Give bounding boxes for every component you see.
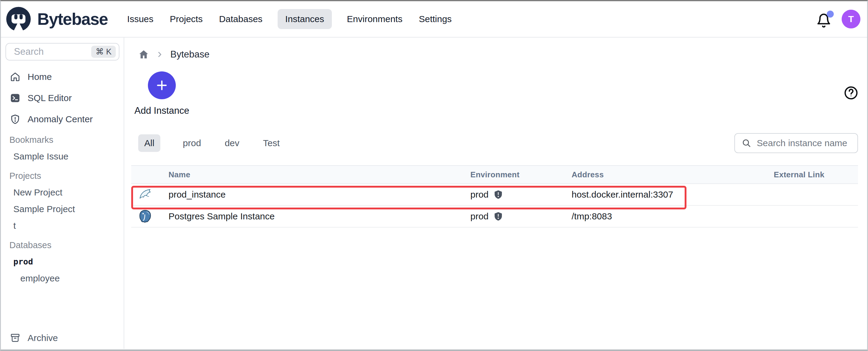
sidebar-item-anomaly-center[interactable]: Anomaly Center (1, 109, 124, 130)
instance-address: host.docker.internal:3307 (571, 189, 774, 200)
nav-settings[interactable]: Settings (417, 9, 453, 29)
notification-dot (827, 10, 834, 17)
postgres-elephant-icon (138, 209, 152, 223)
user-avatar[interactable]: T (842, 10, 861, 29)
sidebar-item-archive[interactable]: Archive (1, 329, 124, 347)
add-instance-block: Add Instance (134, 71, 190, 116)
bytebase-logo-icon (5, 6, 32, 32)
page-body: Search ⌘ K Home SQL Editor (1, 37, 867, 349)
environment-label: prod (470, 211, 489, 221)
instance-table: Name Environment Address External Link p… (131, 165, 858, 227)
notifications-button[interactable] (816, 10, 833, 28)
shield-check-icon (493, 211, 503, 221)
mysql-dolphin-icon (138, 187, 152, 202)
search-icon (742, 138, 751, 148)
brand-name: Bytebase (37, 9, 108, 29)
column-environment: Environment (470, 170, 571, 179)
filter-row: All prod dev Test Search instance name (131, 133, 858, 153)
home-filled-icon[interactable] (138, 49, 149, 60)
environment-tabs: All prod dev Test (138, 134, 281, 152)
nav-instances[interactable]: Instances (278, 9, 332, 29)
add-instance-label: Add Instance (134, 105, 190, 116)
sidebar-section-bookmarks: Bookmarks (1, 132, 124, 148)
table-header: Name Environment Address External Link (131, 165, 858, 184)
sidebar-item-label: Home (28, 72, 52, 82)
chevron-right-icon (156, 50, 164, 59)
breadcrumb-current[interactable]: Bytebase (170, 49, 210, 60)
keyboard-shortcut-badge: ⌘ K (91, 46, 116, 58)
breadcrumb: Bytebase (138, 46, 858, 62)
sidebar-item-sample-project[interactable]: Sample Project (1, 201, 124, 217)
column-address: Address (571, 170, 774, 179)
sidebar-nav: Home SQL Editor Anomal (1, 66, 124, 286)
tab-test[interactable]: Test (262, 134, 281, 152)
sidebar-item-label: SQL Editor (28, 93, 72, 103)
instance-name: prod_instance (168, 189, 470, 200)
top-nav: Issues Projects Databases Instances Envi… (126, 9, 453, 29)
instance-environment: prod (470, 189, 571, 200)
sidebar-item-sample-issue[interactable]: Sample Issue (1, 148, 124, 165)
nav-issues[interactable]: Issues (126, 9, 155, 29)
table-row-prod-instance[interactable]: prod_instance prod host.docker.internal:… (131, 184, 858, 206)
instance-address: /tmp:8083 (571, 211, 774, 221)
sidebar-search-placeholder: Search (14, 46, 91, 57)
shield-check-icon (493, 190, 503, 200)
sidebar-item-new-project[interactable]: New Project (1, 184, 124, 201)
shield-alert-icon (10, 114, 20, 125)
help-button[interactable] (843, 85, 859, 101)
sidebar-item-sql-editor[interactable]: SQL Editor (1, 87, 124, 109)
instance-name: Postgres Sample Instance (168, 211, 470, 221)
sidebar-item-t[interactable]: t (1, 217, 124, 234)
sql-terminal-icon (10, 93, 20, 103)
column-external-link: External Link (774, 170, 858, 179)
sidebar-search-input[interactable]: Search ⌘ K (5, 43, 119, 61)
plus-icon (155, 79, 168, 92)
sidebar-item-home[interactable]: Home (1, 66, 124, 87)
archive-label: Archive (28, 333, 58, 343)
sidebar-item-db-employee[interactable]: employee (1, 270, 124, 286)
sidebar: Search ⌘ K Home SQL Editor (1, 37, 124, 349)
instance-search-input[interactable]: Search instance name (734, 133, 858, 153)
column-name: Name (168, 170, 470, 179)
instance-search-placeholder: Search instance name (757, 138, 847, 148)
add-instance-button[interactable] (148, 71, 176, 99)
home-icon (10, 72, 20, 82)
top-navbar: Bytebase Issues Projects Databases Insta… (1, 1, 867, 37)
sidebar-item-db-prod[interactable]: prod (1, 253, 124, 270)
tab-prod[interactable]: prod (182, 134, 202, 152)
nav-databases[interactable]: Databases (218, 9, 264, 29)
bytebase-app-window: Bytebase Issues Projects Databases Insta… (0, 0, 868, 351)
tab-dev[interactable]: dev (223, 134, 240, 152)
sidebar-section-projects: Projects (1, 168, 124, 184)
sidebar-section-databases: Databases (1, 237, 124, 253)
nav-environments[interactable]: Environments (346, 9, 404, 29)
bytebase-logo[interactable]: Bytebase (5, 6, 108, 32)
sidebar-item-label: Anomaly Center (28, 114, 93, 125)
environment-label: prod (470, 189, 489, 200)
archive-icon (10, 333, 20, 343)
tab-all[interactable]: All (138, 134, 160, 152)
table-row-postgres-sample-instance[interactable]: Postgres Sample Instance prod /tmp:8083 (131, 206, 858, 227)
nav-projects[interactable]: Projects (168, 9, 204, 29)
help-circle-icon (843, 85, 859, 101)
main-content: Bytebase Add Instance (124, 37, 867, 349)
topbar-right: T (816, 10, 861, 29)
instance-environment: prod (470, 211, 571, 221)
